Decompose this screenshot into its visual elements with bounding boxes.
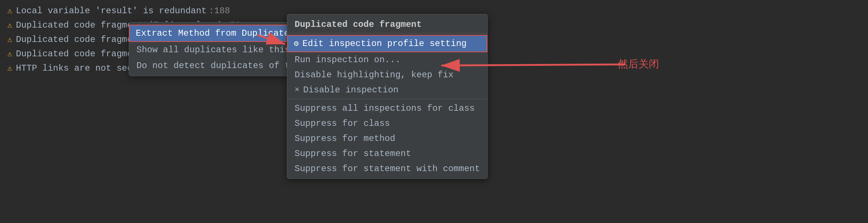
warning-icon: ⚠	[7, 63, 12, 73]
suppress-method-label: Suppress for method	[295, 134, 395, 144]
suppress-for-class-item[interactable]: Suppress for class	[287, 116, 487, 131]
inspect-menu-header: Duplicated code fragment	[287, 17, 487, 33]
suppress-statement-label: Suppress for statement	[295, 149, 411, 159]
disable-highlighting-item[interactable]: Disable highlighting, keep fix	[287, 67, 487, 82]
x-mark-icon: ×	[295, 85, 299, 95]
disable-inspection-item[interactable]: × Disable inspection	[287, 82, 487, 98]
warning-icon: ⚠	[7, 49, 12, 59]
run-inspection-item[interactable]: Run inspection on...	[287, 52, 487, 67]
warning-icon: ⚠	[7, 6, 12, 16]
suppress-for-method-item[interactable]: Suppress for method	[287, 131, 487, 146]
warning-icon: ⚠	[7, 35, 12, 45]
suppress-class-label: Suppress for class	[295, 118, 390, 128]
warning-icon: ⚠	[7, 20, 12, 30]
suppress-for-statement-item[interactable]: Suppress for statement	[287, 146, 487, 161]
problem-number: :188	[209, 6, 230, 16]
edit-inspection-profile-item[interactable]: ⚙ Edit inspection profile setting	[287, 35, 487, 52]
menu-divider	[287, 99, 487, 99]
disable-inspection-label: Disable inspection	[303, 85, 398, 95]
problem-item: ⚠ Local variable 'result' is redundant :…	[0, 4, 280, 18]
suppress-all-label: Suppress all inspections for class	[295, 103, 475, 113]
run-inspection-label: Run inspection on...	[295, 55, 401, 65]
suppress-all-inspections-item[interactable]: Suppress all inspections for class	[287, 101, 487, 116]
disable-highlighting-label: Disable highlighting, keep fix	[295, 70, 453, 80]
gear-icon: ⚙	[294, 39, 299, 49]
suppress-statement-comment-label: Suppress for statement with comment	[295, 164, 480, 174]
chinese-annotation: 然后关闭	[618, 57, 659, 71]
suppress-for-statement-comment-item[interactable]: Suppress for statement with comment	[287, 161, 487, 176]
inspect-menu: Duplicated code fragment ⚙ Edit inspecti…	[287, 14, 488, 179]
problem-text: Local variable 'result' is redundant	[16, 6, 206, 16]
edit-inspection-label: Edit inspection profile setting	[302, 39, 466, 49]
